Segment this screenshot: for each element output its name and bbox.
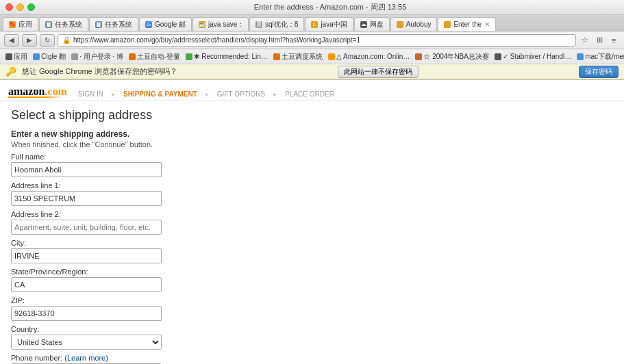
tab-google[interactable]: G Google 邮	[139, 17, 192, 31]
zip-input[interactable]	[11, 306, 162, 321]
bookmark-label: mac下载/memcac…	[585, 52, 624, 62]
step-signin: SIGN IN	[78, 90, 103, 98]
bookmark-label: △ Amazon.com: Onlin…	[336, 53, 410, 60]
bookmark-nba[interactable]: ☆ 2004年NBA总决赛	[415, 52, 489, 62]
step-place-order: PLACE ORDER	[285, 90, 334, 98]
bookmark-stabmixer[interactable]: ✓ Stabmixer / Handl…	[495, 53, 571, 60]
step-arrow: ▸	[273, 90, 277, 98]
step-shipping: SHIPPING & PAYMENT	[123, 90, 197, 98]
tab-label: 任务系统	[105, 20, 132, 29]
bookmark-favicon	[273, 53, 280, 60]
tab-label: Google 邮	[155, 20, 186, 29]
step-gift: GIFT OPTIONS	[217, 90, 265, 98]
zip-label: ZIP:	[11, 296, 613, 304]
maximize-button[interactable]	[27, 3, 35, 11]
traffic-lights	[5, 3, 35, 11]
bookmark-label: Cìgle 翻	[41, 52, 66, 62]
bookmark-icon[interactable]: ⊞	[593, 34, 606, 47]
bookmark-favicon	[71, 53, 78, 60]
checkout-steps: SIGN IN ▸ SHIPPING & PAYMENT ▸ GIFT OPTI…	[78, 90, 334, 98]
tab-label: 任务系统	[55, 20, 82, 29]
url-bar[interactable]: 🔒 https://www.amazon.com/go/buy/addresss…	[58, 34, 576, 47]
bookmark-dispatch[interactable]: 土豆调度系统	[273, 52, 323, 62]
full-name-input[interactable]	[11, 162, 162, 177]
star-icon[interactable]: ☆	[579, 34, 591, 47]
refresh-button[interactable]: ↻	[40, 34, 55, 47]
step-arrow: ▸	[205, 90, 209, 98]
city-group: City:	[11, 239, 613, 263]
bookmark-mac-download[interactable]: mac下载/memcac…	[577, 52, 624, 62]
address-line2-input[interactable]	[11, 220, 162, 235]
save-password-button[interactable]: 保存密码	[579, 66, 619, 78]
bookmark-label: 土豆调度系统	[282, 52, 323, 62]
bookmark-favicon	[577, 53, 584, 60]
tab-yingyong[interactable]: 🔖 应用	[3, 17, 38, 31]
bookmark-auto-login[interactable]: 土豆自动-登量	[129, 52, 180, 62]
tab-label: java save：	[208, 20, 242, 29]
tab-java[interactable]: ☕ java save：	[192, 17, 249, 31]
bookmark-favicon	[186, 53, 192, 60]
tab-label: 网盘	[370, 20, 384, 29]
tab-wangpan[interactable]: ☁ 网盘	[354, 17, 390, 31]
window-title: Enter the address - Amazon.com - 周四 13:5…	[42, 2, 619, 12]
toolbar-icons: ☆ ⊞ ≡	[579, 34, 620, 47]
state-group: State/Province/Region:	[11, 268, 613, 292]
country-group: Country: United States	[11, 325, 613, 350]
bookmark-label: · 用户登录 · 博	[79, 52, 123, 62]
tab-label: Autobuy	[406, 21, 432, 28]
bookmark-apps[interactable]: 应用	[5, 52, 27, 62]
full-name-label: Full name:	[11, 153, 613, 161]
browser-chrome: Enter the address - Amazon.com - 周四 13:5…	[0, 0, 624, 80]
tab-label: 应用	[18, 20, 32, 29]
bookmark-favicon	[33, 53, 40, 60]
country-label: Country:	[11, 325, 613, 333]
close-button[interactable]	[5, 3, 13, 11]
bookmark-label: 应用	[14, 52, 27, 62]
tab-favicon: C	[311, 21, 318, 28]
password-bar-text: 悠让 Google Chrome 浏览器保存您的密码吗？	[22, 66, 177, 77]
bookmark-amazon[interactable]: △ Amazon.com: Onlin…	[328, 53, 410, 60]
bookmark-favicon	[328, 53, 335, 60]
bookmark-favicon	[129, 53, 136, 60]
password-save-bar: 🔑 悠让 Google Chrome 浏览器保存您的密码吗？ 此网站一律不保存密…	[0, 64, 624, 79]
address-line1-input[interactable]	[11, 191, 162, 206]
tab-enter-address[interactable]: 🛒 Enter the ✕	[438, 17, 496, 31]
back-button[interactable]: ◀	[4, 34, 19, 47]
city-input[interactable]	[11, 248, 162, 263]
bookmark-recommended[interactable]: ✱ Recommended: Lin…	[186, 53, 268, 60]
tab-label: Enter the	[453, 21, 482, 28]
tab-tasks2[interactable]: 📋 任务系统	[89, 17, 138, 31]
tab-java-china[interactable]: C java中国	[305, 17, 353, 31]
bookmark-favicon	[5, 53, 12, 60]
section-subtitle: When finished, click the "Continue" butt…	[11, 140, 613, 148]
zip-group: ZIP:	[11, 296, 613, 321]
tab-close-icon[interactable]: ✕	[484, 21, 490, 28]
address-line2-label: Address line 2:	[11, 210, 613, 218]
amazon-logo: amazon.com	[8, 86, 67, 98]
learn-more-link[interactable]: (Learn more)	[64, 354, 108, 362]
tab-label: java中国	[321, 20, 347, 29]
tab-sql[interactable]: 🗄 sql优化：8	[249, 17, 304, 31]
tab-autobuy[interactable]: 🛒 Autobuy	[390, 17, 438, 31]
no-save-button[interactable]: 此网站一律不保存密码	[338, 66, 419, 78]
minimize-button[interactable]	[16, 3, 24, 11]
tab-favicon: 🗄	[255, 21, 262, 28]
state-input[interactable]	[11, 277, 162, 292]
tab-favicon: 🔖	[9, 21, 16, 28]
tabs-bar: 🔖 应用 📋 任务系统 📋 任务系统 G Google 邮 ☕ java sav…	[0, 15, 624, 31]
bookmark-user-login[interactable]: · 用户登录 · 博	[71, 52, 123, 62]
forward-button[interactable]: ▶	[22, 34, 37, 47]
tab-tasks1[interactable]: 📋 任务系统	[39, 17, 88, 31]
bookmark-favicon	[415, 53, 422, 60]
bookmark-cigle[interactable]: Cìgle 翻	[33, 52, 66, 62]
address-line1-label: Address line 1:	[11, 181, 613, 190]
phone-label: Phone number: (Learn more)	[11, 354, 613, 362]
bookmark-label: 土豆自动-登量	[137, 52, 180, 62]
address-line2-group: Address line 2:	[11, 210, 613, 235]
tab-favicon: 🛒	[444, 21, 451, 28]
bookmark-label: ☆ 2004年NBA总决赛	[423, 52, 489, 62]
tab-favicon: ☁	[360, 21, 367, 28]
tab-favicon: ☕	[199, 21, 205, 28]
country-select[interactable]: United States	[11, 335, 162, 350]
menu-icon[interactable]: ≡	[608, 34, 620, 47]
